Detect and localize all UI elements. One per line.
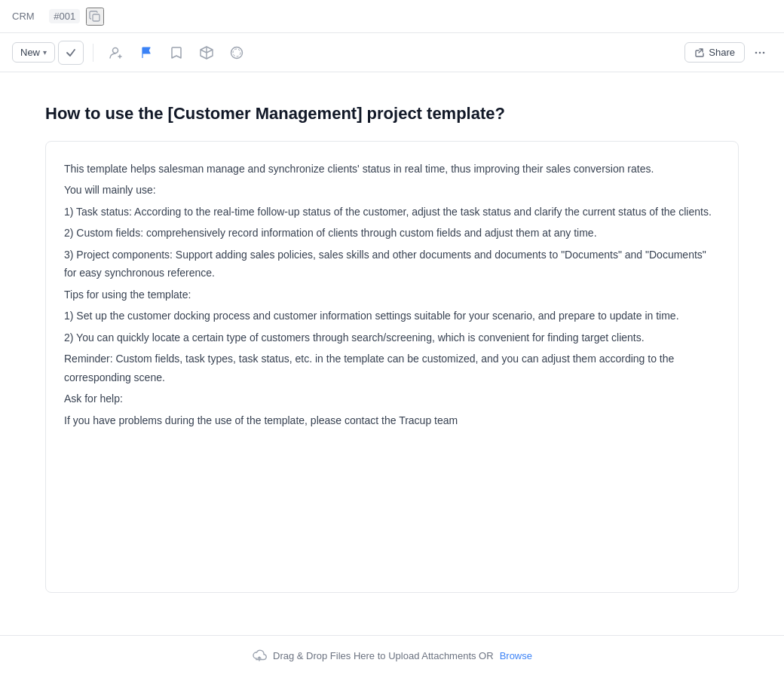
toolbar: New ▾ <box>0 33 784 72</box>
status-button[interactable]: New ▾ <box>12 42 55 63</box>
box-icon <box>199 45 214 60</box>
share-button[interactable]: Share <box>684 42 745 63</box>
more-options-button[interactable] <box>748 41 772 65</box>
status-label: New <box>20 47 40 58</box>
browse-link[interactable]: Browse <box>500 650 532 661</box>
cloud-upload-icon <box>252 648 267 663</box>
bookmark-button[interactable] <box>163 41 190 65</box>
content-line-9: Reminder: Custom fields, task types, tas… <box>64 350 720 386</box>
page-title: How to use the [Customer Management] pro… <box>45 102 739 126</box>
circle-status-button[interactable] <box>223 41 250 65</box>
content-text: This template helps salesman manage and … <box>64 160 720 430</box>
flag-button[interactable] <box>133 41 160 65</box>
assign-user-icon <box>109 45 124 60</box>
check-icon <box>65 47 77 59</box>
content-line-7: 1) Set up the customer docking process a… <box>64 307 720 325</box>
toolbar-divider <box>93 44 93 62</box>
svg-point-6 <box>763 51 765 53</box>
content-line-1: This template helps salesman manage and … <box>64 160 720 179</box>
content-line-11: If you have problems during the use of t… <box>64 411 720 430</box>
svg-point-1 <box>113 47 118 53</box>
chevron-down-icon: ▾ <box>43 48 47 57</box>
share-icon <box>694 47 705 58</box>
more-icon <box>753 46 767 60</box>
breadcrumb-separator <box>41 11 44 22</box>
content-line-2: You will mainly use: <box>64 181 720 200</box>
content-line-5: 3) Project components: Support adding sa… <box>64 246 720 283</box>
copy-link-button[interactable] <box>86 8 104 26</box>
assign-user-button[interactable] <box>103 41 130 65</box>
flag-icon <box>139 45 154 60</box>
content-line-4: 2) Custom fields: comprehensively record… <box>64 224 720 243</box>
top-bar: CRM #001 <box>0 0 784 33</box>
breadcrumb-id: #001 <box>49 9 80 23</box>
circle-status-icon <box>229 45 244 60</box>
svg-rect-0 <box>93 14 100 21</box>
main-content: How to use the [Customer Management] pro… <box>0 72 784 635</box>
check-button[interactable] <box>58 41 84 65</box>
content-line-6: Tips for using the template: <box>64 286 720 304</box>
svg-point-5 <box>759 51 761 53</box>
content-line-8: 2) You can quickly locate a certain type… <box>64 328 720 347</box>
content-box[interactable]: This template helps salesman manage and … <box>45 141 739 593</box>
content-line-3: 1) Task status: According to the real-ti… <box>64 203 720 221</box>
bookmark-icon <box>169 45 184 60</box>
svg-point-3 <box>233 49 240 57</box>
footer-upload-text: Drag & Drop Files Here to Upload Attachm… <box>273 650 494 661</box>
content-line-10: Ask for help: <box>64 389 720 408</box>
svg-point-4 <box>755 51 758 53</box>
component-button[interactable] <box>193 41 220 65</box>
footer: Drag & Drop Files Here to Upload Attachm… <box>0 635 784 675</box>
share-label: Share <box>709 47 735 58</box>
breadcrumb-crm[interactable]: CRM <box>12 11 35 22</box>
copy-icon <box>89 11 101 23</box>
